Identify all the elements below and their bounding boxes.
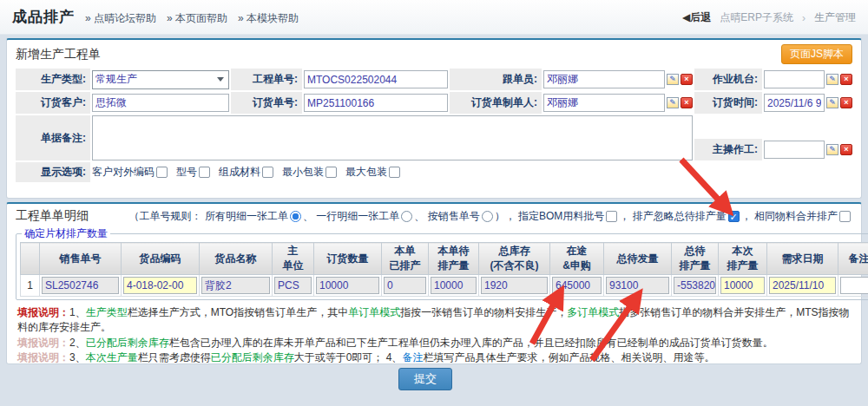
cell-total-pending: -553820 — [674, 277, 716, 294]
breadcrumb-separator: › — [802, 12, 806, 24]
rule-text: ， 排产忽略总待排产量 — [619, 209, 726, 224]
clear-icon[interactable]: × — [681, 74, 693, 85]
detail-table: 销售单号 货品编码 货品名称 主 单位 订货数量 本单 已排产 本单待 排产量 … — [20, 242, 868, 297]
clear-icon[interactable]: × — [840, 74, 852, 85]
col-remark: 备注 — [838, 243, 868, 275]
table-row: 1 SL2502746 4-018-02-00 背胶2 PCS 10000 0 … — [21, 275, 868, 297]
clear-icon[interactable]: × — [840, 144, 852, 155]
production-type-field: 常规生产 — [92, 69, 229, 90]
picker-icon[interactable]: ✎ — [667, 74, 679, 85]
help-link-page[interactable]: » 本页面帮助 — [167, 11, 227, 26]
note-term: 已分配后剩余库存 — [211, 351, 294, 363]
note-term: 单订单模式 — [348, 306, 400, 318]
breadcrumb-system[interactable]: 点晴ERP子系统 — [720, 10, 793, 25]
display-options-label: 显示选项: — [16, 162, 90, 182]
order-time-input[interactable] — [764, 94, 825, 112]
order-no-label: 工程单号: — [231, 69, 302, 90]
rule-radio-all-one-order[interactable] — [290, 211, 301, 222]
note-term: 多订单模式 — [567, 306, 619, 318]
picker-icon[interactable]: ✎ — [826, 144, 838, 155]
col-scheduled: 本单 已排产 — [382, 243, 429, 275]
detail-title: 工程单单明细 — [16, 208, 89, 224]
order-no-input[interactable] — [304, 70, 448, 88]
merge-material-checkbox[interactable] — [839, 211, 851, 222]
clear-icon[interactable]: × — [681, 97, 693, 108]
new-production-order-panel: 新增生产工程单 页面JS脚本 生产类型: 常规生产 工程单号: 跟单员: ✎ ×… — [6, 38, 862, 199]
merchandiser-input[interactable] — [543, 70, 665, 88]
cell-sales-order: SL2502746 — [42, 277, 119, 294]
picker-icon[interactable]: ✎ — [826, 97, 838, 108]
breadcrumb: ◀后退 点晴ERP子系统 › 生产管理 — [682, 9, 856, 25]
ignore-pending-qty-checkbox[interactable]: ✓ — [728, 211, 740, 222]
machine-input[interactable] — [764, 70, 825, 88]
rule-text: 、 一行明细一张工单 — [303, 209, 399, 224]
option-model-label: 型号 — [176, 165, 197, 180]
option-model-checkbox[interactable] — [199, 167, 210, 178]
cell-pending-this: 10000 — [431, 277, 477, 294]
col-in-transit: 在途 &申购 — [550, 243, 604, 275]
customer-label: 订货客户: — [16, 92, 90, 114]
col-total-pending: 总待 排产量 — [672, 243, 719, 275]
production-type-select[interactable]: 常规生产 — [92, 70, 229, 89]
production-type-value: 常规生产 — [95, 72, 137, 87]
note-term: 生产类型 — [86, 306, 128, 318]
col-need-date: 需求日期 — [767, 243, 838, 275]
note-text: 栏包含已办理入库的在库未开单产品和已下生产工程单但仍未办理入库的产品，并且已经扣… — [169, 337, 773, 349]
rule-radio-one-line-one-order[interactable] — [401, 211, 412, 222]
note-text: 大于或等于0即可； 4、 — [294, 351, 403, 363]
rule-text: （工单号规则： 所有明细一张工单 — [129, 209, 288, 224]
bom-batch-checkbox[interactable] — [606, 211, 617, 222]
note-term: 已分配后剩余库存 — [86, 337, 169, 349]
order-maker-input[interactable] — [543, 94, 665, 112]
cell-this-schedule[interactable]: 10000 — [720, 277, 765, 294]
cell-need-date[interactable]: 2025/11/10 — [769, 277, 836, 294]
col-rownum — [21, 243, 40, 275]
picker-icon[interactable]: ✎ — [826, 74, 838, 85]
cell-order-qty: 10000 — [316, 277, 379, 294]
remark-textarea[interactable] — [92, 115, 693, 160]
note-line-3: 填报说明：3、本次生产量栏只需考虑使得已分配后剩余库存大于或等于0即可； 4、备… — [17, 350, 851, 365]
col-item-name: 货品名称 — [200, 243, 273, 275]
customer-input[interactable] — [92, 94, 229, 112]
col-total-stock: 总库存 (不含不良) — [479, 243, 550, 275]
option-materials-checkbox[interactable] — [262, 167, 273, 178]
note-text: 栏选择生产方式，MTO指按销售订单生产，其中 — [128, 306, 348, 318]
merchandiser-field: ✎ × — [543, 69, 693, 90]
back-button[interactable]: ◀后退 — [682, 10, 711, 25]
clear-icon[interactable]: × — [840, 97, 852, 108]
fill-instructions: 填报说明：1、生产类型栏选择生产方式，MTO指按销售订单生产，其中单订单模式指按… — [17, 305, 851, 366]
option-max-pack-checkbox[interactable] — [389, 167, 400, 178]
note-text: 2、 — [69, 337, 86, 349]
option-customer-code-label: 客户对外编码 — [92, 165, 155, 180]
picker-icon[interactable]: ✎ — [667, 97, 679, 108]
note-label: 填报说明： — [17, 351, 69, 363]
option-customer-code-checkbox[interactable] — [156, 167, 168, 178]
note-line-1: 填报说明：1、生产类型栏选择生产方式，MTO指按销售订单生产，其中单订单模式指按… — [17, 305, 851, 336]
page-js-script-button[interactable]: 页面JS脚本 — [781, 44, 852, 64]
help-link-module[interactable]: » 本模块帮助 — [238, 11, 299, 26]
rule-radio-by-sales-order[interactable] — [482, 211, 493, 222]
help-links: » 点晴论坛帮助 » 本页面帮助 » 本模块帮助 — [85, 9, 299, 26]
cell-item-code[interactable]: 4-018-02-00 — [123, 277, 197, 294]
operator-label: 主操作工: — [694, 139, 762, 160]
breadcrumb-page: 生产管理 — [814, 10, 856, 25]
sales-order-field — [304, 92, 448, 114]
detail-titlebar: 工程单单明细 （工单号规则： 所有明细一张工单 、 一行明细一张工单 、 按销售… — [7, 204, 861, 226]
note-text: 指按一张销售订单的物料安排生产， — [400, 306, 567, 318]
order-no-field — [304, 69, 448, 90]
remark-label: 单据备注: — [16, 115, 90, 160]
order-detail-panel: 工程单单明细 （工单号规则： 所有明细一张工单 、 一行明细一张工单 、 按销售… — [6, 202, 862, 364]
note-term: 备注 — [402, 351, 423, 363]
work-order-rule-line: （工单号规则： 所有明细一张工单 、 一行明细一张工单 、 按销售单号 ）， 指… — [129, 209, 852, 224]
col-pending-this: 本单待 排产量 — [429, 243, 479, 275]
note-term: 本次生产量 — [86, 351, 138, 363]
help-link-forum[interactable]: » 点晴论坛帮助 — [85, 11, 156, 26]
sheet-qty-fieldset: 确定片材排产数量 销售单号 货品编码 货品名称 主 单位 订货数量 本单 已排产… — [16, 226, 868, 300]
form-grid: 生产类型: 常规生产 工程单号: 跟单员: ✎ × 作业机台: ✎ × 订货客户… — [16, 69, 852, 182]
customer-field — [92, 92, 229, 114]
operator-input[interactable] — [764, 141, 825, 159]
sales-order-input[interactable] — [304, 94, 448, 112]
submit-button[interactable]: 提交 — [398, 368, 452, 390]
cell-remark[interactable] — [840, 277, 868, 294]
option-min-pack-checkbox[interactable] — [326, 167, 337, 178]
